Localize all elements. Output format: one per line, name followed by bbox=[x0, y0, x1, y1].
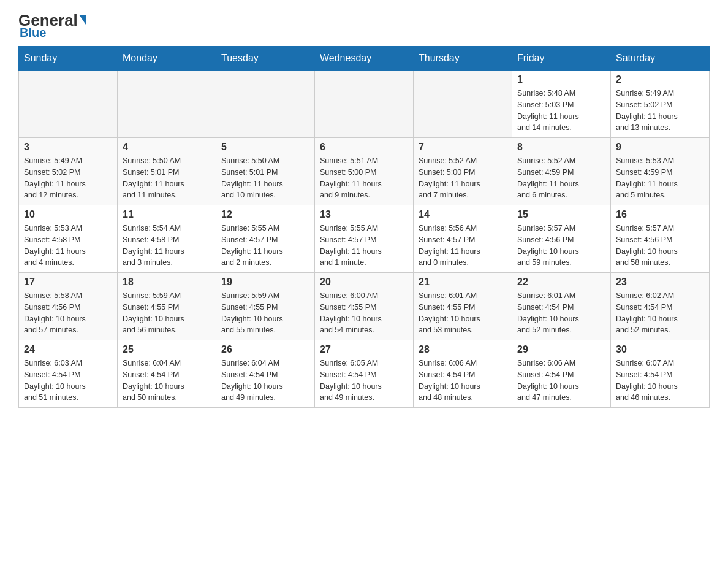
calendar-cell bbox=[118, 71, 216, 138]
day-info: Sunrise: 5:49 AM Sunset: 5:02 PM Dayligh… bbox=[616, 88, 704, 134]
weekday-header-sunday: Sunday bbox=[19, 47, 118, 71]
weekday-header-friday: Friday bbox=[512, 47, 611, 71]
day-number: 25 bbox=[123, 344, 211, 355]
weekday-header-saturday: Saturday bbox=[611, 47, 710, 71]
calendar-cell bbox=[414, 71, 512, 138]
calendar-cell: 7Sunrise: 5:52 AM Sunset: 5:00 PM Daylig… bbox=[414, 138, 512, 205]
logo: General Blue bbox=[18, 12, 86, 40]
logo-blue-text: Blue bbox=[20, 26, 46, 40]
day-info: Sunrise: 6:03 AM Sunset: 4:54 PM Dayligh… bbox=[24, 358, 112, 404]
calendar-cell: 24Sunrise: 6:03 AM Sunset: 4:54 PM Dayli… bbox=[19, 340, 118, 408]
calendar-cell: 20Sunrise: 6:00 AM Sunset: 4:55 PM Dayli… bbox=[315, 273, 414, 340]
day-info: Sunrise: 5:57 AM Sunset: 4:56 PM Dayligh… bbox=[517, 223, 605, 269]
day-number: 23 bbox=[616, 277, 704, 288]
calendar-cell bbox=[216, 71, 315, 138]
day-info: Sunrise: 6:04 AM Sunset: 4:54 PM Dayligh… bbox=[123, 358, 211, 404]
weekday-header-wednesday: Wednesday bbox=[315, 47, 414, 71]
day-info: Sunrise: 6:05 AM Sunset: 4:54 PM Dayligh… bbox=[320, 358, 408, 404]
day-info: Sunrise: 5:52 AM Sunset: 4:59 PM Dayligh… bbox=[517, 155, 605, 201]
day-info: Sunrise: 5:50 AM Sunset: 5:01 PM Dayligh… bbox=[123, 155, 211, 201]
logo-triangle-icon bbox=[79, 15, 86, 25]
day-number: 4 bbox=[123, 142, 211, 153]
day-number: 21 bbox=[419, 277, 507, 288]
day-number: 8 bbox=[517, 142, 605, 153]
calendar-cell: 1Sunrise: 5:48 AM Sunset: 5:03 PM Daylig… bbox=[512, 71, 611, 138]
day-number: 2 bbox=[616, 74, 704, 85]
day-number: 19 bbox=[221, 277, 309, 288]
day-number: 3 bbox=[24, 142, 112, 153]
day-info: Sunrise: 5:51 AM Sunset: 5:00 PM Dayligh… bbox=[320, 155, 408, 201]
calendar-week-row: 1Sunrise: 5:48 AM Sunset: 5:03 PM Daylig… bbox=[19, 71, 710, 138]
day-info: Sunrise: 5:53 AM Sunset: 4:58 PM Dayligh… bbox=[24, 223, 112, 269]
calendar-cell: 17Sunrise: 5:58 AM Sunset: 4:56 PM Dayli… bbox=[19, 273, 118, 340]
calendar-cell: 12Sunrise: 5:55 AM Sunset: 4:57 PM Dayli… bbox=[216, 205, 315, 273]
calendar-cell: 14Sunrise: 5:56 AM Sunset: 4:57 PM Dayli… bbox=[414, 205, 512, 273]
day-info: Sunrise: 6:04 AM Sunset: 4:54 PM Dayligh… bbox=[221, 358, 309, 404]
calendar-cell: 22Sunrise: 6:01 AM Sunset: 4:54 PM Dayli… bbox=[512, 273, 611, 340]
calendar-cell: 8Sunrise: 5:52 AM Sunset: 4:59 PM Daylig… bbox=[512, 138, 611, 205]
day-number: 16 bbox=[616, 209, 704, 220]
calendar-cell bbox=[19, 71, 118, 138]
day-number: 18 bbox=[123, 277, 211, 288]
day-number: 20 bbox=[320, 277, 408, 288]
day-info: Sunrise: 5:55 AM Sunset: 4:57 PM Dayligh… bbox=[221, 223, 309, 269]
calendar-cell: 25Sunrise: 6:04 AM Sunset: 4:54 PM Dayli… bbox=[118, 340, 216, 408]
day-number: 30 bbox=[616, 344, 704, 355]
calendar-week-row: 10Sunrise: 5:53 AM Sunset: 4:58 PM Dayli… bbox=[19, 205, 710, 273]
day-number: 22 bbox=[517, 277, 605, 288]
weekday-header-monday: Monday bbox=[118, 47, 216, 71]
calendar-cell: 18Sunrise: 5:59 AM Sunset: 4:55 PM Dayli… bbox=[118, 273, 216, 340]
day-info: Sunrise: 6:06 AM Sunset: 4:54 PM Dayligh… bbox=[517, 358, 605, 404]
day-info: Sunrise: 6:06 AM Sunset: 4:54 PM Dayligh… bbox=[419, 358, 507, 404]
page-header: General Blue bbox=[18, 12, 710, 40]
day-number: 9 bbox=[616, 142, 704, 153]
weekday-header-tuesday: Tuesday bbox=[216, 47, 315, 71]
day-number: 17 bbox=[24, 277, 112, 288]
weekday-header-row: SundayMondayTuesdayWednesdayThursdayFrid… bbox=[19, 47, 710, 71]
day-info: Sunrise: 6:01 AM Sunset: 4:55 PM Dayligh… bbox=[419, 290, 507, 336]
weekday-header-thursday: Thursday bbox=[414, 47, 512, 71]
day-info: Sunrise: 5:59 AM Sunset: 4:55 PM Dayligh… bbox=[221, 290, 309, 336]
calendar-cell: 21Sunrise: 6:01 AM Sunset: 4:55 PM Dayli… bbox=[414, 273, 512, 340]
calendar-cell: 9Sunrise: 5:53 AM Sunset: 4:59 PM Daylig… bbox=[611, 138, 710, 205]
calendar-cell: 19Sunrise: 5:59 AM Sunset: 4:55 PM Dayli… bbox=[216, 273, 315, 340]
calendar-week-row: 24Sunrise: 6:03 AM Sunset: 4:54 PM Dayli… bbox=[19, 340, 710, 408]
day-info: Sunrise: 6:00 AM Sunset: 4:55 PM Dayligh… bbox=[320, 290, 408, 336]
day-number: 12 bbox=[221, 209, 309, 220]
calendar-cell: 13Sunrise: 5:55 AM Sunset: 4:57 PM Dayli… bbox=[315, 205, 414, 273]
calendar-cell: 27Sunrise: 6:05 AM Sunset: 4:54 PM Dayli… bbox=[315, 340, 414, 408]
day-info: Sunrise: 5:50 AM Sunset: 5:01 PM Dayligh… bbox=[221, 155, 309, 201]
calendar-week-row: 3Sunrise: 5:49 AM Sunset: 5:02 PM Daylig… bbox=[19, 138, 710, 205]
calendar-cell: 23Sunrise: 6:02 AM Sunset: 4:54 PM Dayli… bbox=[611, 273, 710, 340]
calendar-cell: 11Sunrise: 5:54 AM Sunset: 4:58 PM Dayli… bbox=[118, 205, 216, 273]
day-info: Sunrise: 6:07 AM Sunset: 4:54 PM Dayligh… bbox=[616, 358, 704, 404]
day-info: Sunrise: 5:52 AM Sunset: 5:00 PM Dayligh… bbox=[419, 155, 507, 201]
calendar-cell: 5Sunrise: 5:50 AM Sunset: 5:01 PM Daylig… bbox=[216, 138, 315, 205]
calendar-cell: 4Sunrise: 5:50 AM Sunset: 5:01 PM Daylig… bbox=[118, 138, 216, 205]
day-number: 24 bbox=[24, 344, 112, 355]
day-number: 11 bbox=[123, 209, 211, 220]
day-number: 1 bbox=[517, 74, 605, 85]
day-number: 14 bbox=[419, 209, 507, 220]
day-number: 13 bbox=[320, 209, 408, 220]
day-number: 28 bbox=[419, 344, 507, 355]
calendar-cell: 28Sunrise: 6:06 AM Sunset: 4:54 PM Dayli… bbox=[414, 340, 512, 408]
day-number: 15 bbox=[517, 209, 605, 220]
day-number: 29 bbox=[517, 344, 605, 355]
calendar-cell: 10Sunrise: 5:53 AM Sunset: 4:58 PM Dayli… bbox=[19, 205, 118, 273]
calendar-cell: 6Sunrise: 5:51 AM Sunset: 5:00 PM Daylig… bbox=[315, 138, 414, 205]
day-info: Sunrise: 5:49 AM Sunset: 5:02 PM Dayligh… bbox=[24, 155, 112, 201]
day-number: 26 bbox=[221, 344, 309, 355]
day-number: 7 bbox=[419, 142, 507, 153]
day-info: Sunrise: 5:53 AM Sunset: 4:59 PM Dayligh… bbox=[616, 155, 704, 201]
calendar-table: SundayMondayTuesdayWednesdayThursdayFrid… bbox=[18, 46, 710, 408]
day-info: Sunrise: 5:54 AM Sunset: 4:58 PM Dayligh… bbox=[123, 223, 211, 269]
day-number: 6 bbox=[320, 142, 408, 153]
day-info: Sunrise: 5:59 AM Sunset: 4:55 PM Dayligh… bbox=[123, 290, 211, 336]
day-info: Sunrise: 5:55 AM Sunset: 4:57 PM Dayligh… bbox=[320, 223, 408, 269]
calendar-cell: 16Sunrise: 5:57 AM Sunset: 4:56 PM Dayli… bbox=[611, 205, 710, 273]
calendar-cell: 29Sunrise: 6:06 AM Sunset: 4:54 PM Dayli… bbox=[512, 340, 611, 408]
day-number: 10 bbox=[24, 209, 112, 220]
calendar-cell bbox=[315, 71, 414, 138]
day-info: Sunrise: 5:57 AM Sunset: 4:56 PM Dayligh… bbox=[616, 223, 704, 269]
